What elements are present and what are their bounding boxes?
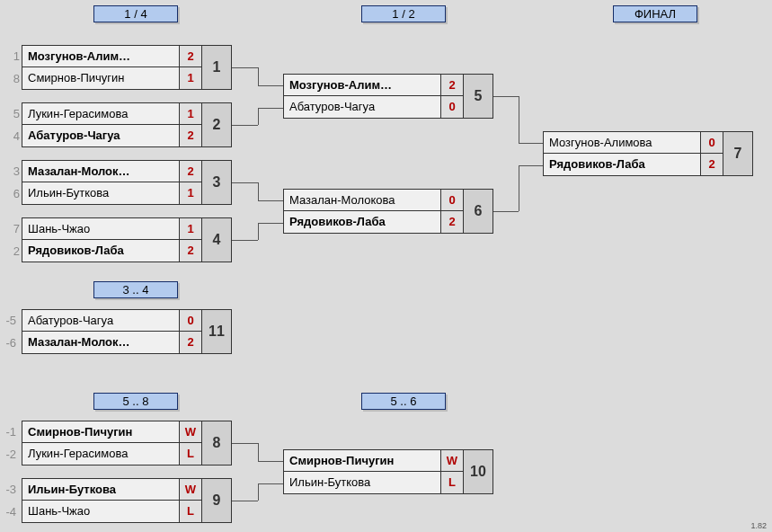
- player-name: Мозгунов-Алим…: [22, 46, 179, 67]
- player-score: 1: [180, 182, 201, 204]
- player-name: Ильин-Буткова: [284, 472, 440, 493]
- bracket-line: [258, 108, 283, 109]
- player-name: Рядовиков-Лаба: [544, 154, 700, 175]
- seed-label: -4: [2, 501, 20, 523]
- match-names: Лукин-ГерасимоваАбатуров-Чагуа: [22, 102, 180, 147]
- player-name: Шань-Чжао: [22, 501, 179, 522]
- player-score: W: [441, 450, 463, 472]
- seed-label: -1: [2, 421, 20, 443]
- match-scores: 21: [179, 160, 202, 205]
- match-id: 2: [201, 102, 232, 147]
- player-score: W: [180, 421, 201, 443]
- bracket-line: [258, 200, 283, 201]
- seed-label: 7: [5, 217, 23, 240]
- match-id: 8: [201, 421, 232, 466]
- match-scores: 02: [179, 309, 202, 354]
- player-name: Смирнов-Пичугин: [284, 450, 440, 472]
- match-id: 10: [463, 449, 493, 494]
- bracket-line: [232, 67, 258, 68]
- match-names: Ильин-БутковаШань-Чжао: [22, 478, 180, 523]
- match-names: Мазалан-Молок…Ильин-Буткова: [22, 160, 180, 205]
- seed-label: 1: [5, 45, 23, 67]
- player-score: 0: [441, 96, 463, 118]
- match-names: Шань-ЧжаоРядовиков-Лаба: [22, 217, 180, 262]
- bracket-line: [258, 483, 259, 501]
- match-id: 6: [463, 189, 493, 234]
- bracket-line: [493, 211, 519, 212]
- seed-label: 2: [5, 240, 23, 262]
- match-names: Мозгунов-Алим…Абатуров-Чагуа: [283, 74, 441, 119]
- seed-label: 3: [5, 160, 23, 182]
- match-names: Мозгунов-АлимоваРядовиков-Лаба: [543, 131, 701, 176]
- bracket-line: [232, 240, 258, 241]
- player-score: 2: [441, 211, 463, 233]
- player-name: Мазалан-Молокова: [284, 190, 440, 211]
- seed-label: 4: [5, 125, 23, 147]
- match-scores: WL: [179, 478, 202, 523]
- match-scores: WL: [179, 421, 202, 466]
- match-id: 9: [201, 478, 232, 523]
- seed-label: -6: [2, 332, 20, 354]
- player-score: L: [180, 443, 201, 465]
- player-score: 2: [180, 240, 201, 262]
- match-id: 4: [201, 217, 232, 262]
- match-id: 1: [201, 45, 232, 90]
- player-name: Мазалан-Молок…: [22, 332, 179, 353]
- bracket-line: [519, 96, 519, 143]
- match-scores: 02: [440, 189, 464, 234]
- bracket-line: [258, 461, 283, 462]
- bracket-line: [258, 182, 259, 200]
- round-label-final: ФИНАЛ: [613, 5, 697, 22]
- player-name: Смирнов-Пичугин: [22, 67, 179, 89]
- player-score: L: [441, 472, 463, 493]
- player-name: Смирнов-Пичугин: [22, 421, 179, 443]
- bracket-line: [258, 443, 259, 461]
- player-name: Мозгунов-Алимова: [544, 132, 700, 154]
- match-scores: 21: [179, 45, 202, 90]
- player-name: Ильин-Буткова: [22, 479, 179, 501]
- match-scores: 02: [700, 131, 723, 176]
- round-label-p56: 5 .. 6: [361, 393, 446, 410]
- player-score: 1: [180, 67, 201, 89]
- match-id: 11: [201, 309, 232, 354]
- match-id: 3: [201, 160, 232, 205]
- player-score: W: [180, 479, 201, 501]
- match-names: Смирнов-ПичугинЛукин-Герасимова: [22, 421, 180, 466]
- player-score: 2: [441, 75, 463, 96]
- round-label-p58: 5 .. 8: [93, 393, 178, 410]
- seed-label: -2: [2, 443, 20, 466]
- player-score: 0: [180, 310, 201, 332]
- player-score: 2: [180, 125, 201, 146]
- player-name: Лукин-Герасимова: [22, 443, 179, 465]
- match-names: Абатуров-ЧагуаМазалан-Молок…: [22, 309, 180, 354]
- bracket-line: [258, 483, 283, 484]
- bracket-line: [519, 165, 519, 212]
- round-label-p34: 3 .. 4: [93, 281, 178, 298]
- player-name: Рядовиков-Лаба: [284, 211, 440, 233]
- seed-label: -3: [2, 478, 20, 501]
- match-scores: 12: [179, 102, 202, 147]
- player-score: 2: [180, 46, 201, 67]
- bracket-line: [519, 165, 543, 166]
- match-id: 5: [463, 74, 493, 119]
- match-names: Мазалан-МолоковаРядовиков-Лаба: [283, 189, 441, 234]
- seed-label: -5: [2, 309, 20, 332]
- player-name: Мазалан-Молок…: [22, 161, 179, 182]
- bracket-line: [232, 182, 258, 183]
- bracket-line: [519, 143, 543, 144]
- version-label: 1.82: [750, 521, 767, 530]
- bracket-line: [258, 223, 259, 241]
- bracket-line: [258, 223, 283, 224]
- player-score: 0: [701, 132, 723, 154]
- player-score: 2: [180, 332, 201, 353]
- player-name: Рядовиков-Лаба: [22, 240, 179, 262]
- bracket-line: [232, 443, 258, 444]
- seed-label: 6: [5, 182, 23, 205]
- player-name: Шань-Чжао: [22, 218, 179, 240]
- match-scores: 12: [179, 217, 202, 262]
- player-score: 0: [441, 190, 463, 211]
- player-score: 2: [701, 154, 723, 175]
- player-name: Абатуров-Чагуа: [22, 125, 179, 146]
- match-scores: WL: [440, 449, 464, 494]
- player-name: Мозгунов-Алим…: [284, 75, 440, 96]
